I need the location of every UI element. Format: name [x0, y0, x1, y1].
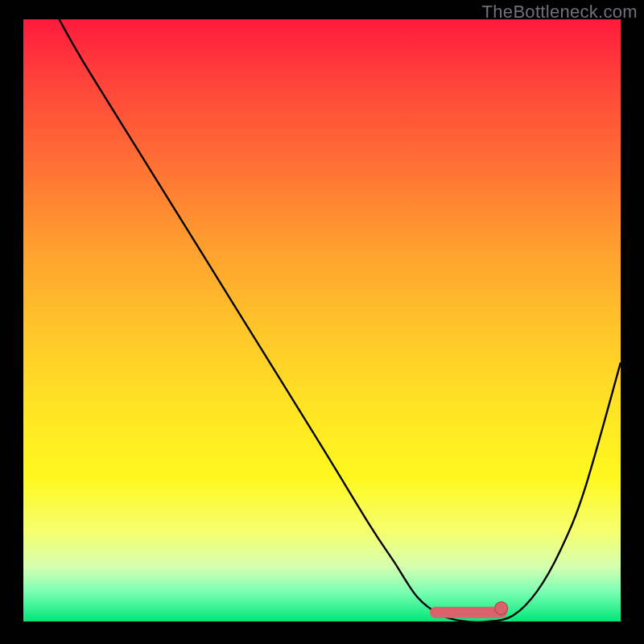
chart-plot-area — [23, 19, 621, 621]
watermark-text: TheBottleneck.com — [482, 2, 638, 23]
bottleneck-chart-svg — [23, 19, 621, 621]
optimal-marker-dot — [495, 602, 508, 615]
bottleneck-curve-path — [60, 19, 621, 621]
